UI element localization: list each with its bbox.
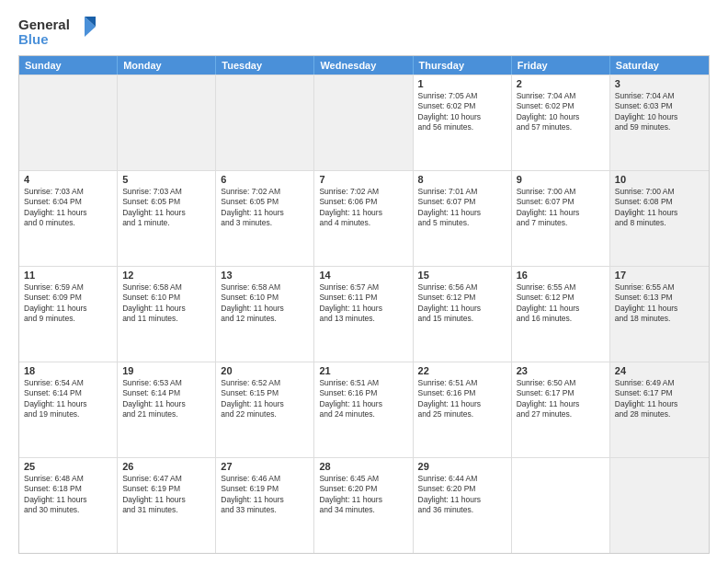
svg-text:General: General — [18, 17, 70, 32]
day-number: 13 — [221, 270, 309, 281]
header-day-friday: Friday — [512, 56, 610, 75]
day-cell-24: 24Sunrise: 6:49 AMSunset: 6:17 PMDayligh… — [610, 362, 709, 457]
week-row-2: 4Sunrise: 7:03 AMSunset: 6:04 PMDaylight… — [19, 170, 709, 266]
day-cell-19: 19Sunrise: 6:53 AMSunset: 6:14 PMDayligh… — [118, 362, 216, 457]
day-cell-22: 22Sunrise: 6:51 AMSunset: 6:16 PMDayligh… — [414, 362, 512, 457]
cell-info: Sunrise: 6:44 AMSunset: 6:20 PMDaylight:… — [418, 474, 506, 516]
cell-info: Sunrise: 6:57 AMSunset: 6:11 PMDaylight:… — [319, 282, 407, 325]
day-number: 20 — [221, 365, 309, 376]
header-day-tuesday: Tuesday — [216, 56, 314, 75]
cell-info: Sunrise: 7:02 AMSunset: 6:06 PMDaylight:… — [319, 187, 407, 229]
day-number: 17 — [615, 270, 704, 281]
day-number: 11 — [24, 270, 112, 281]
day-number: 9 — [517, 174, 605, 185]
day-number: 29 — [418, 461, 506, 472]
cell-info: Sunrise: 7:01 AMSunset: 6:07 PMDaylight:… — [418, 187, 506, 229]
day-cell-13: 13Sunrise: 6:58 AMSunset: 6:10 PMDayligh… — [216, 267, 314, 362]
calendar-header: SundayMondayTuesdayWednesdayThursdayFrid… — [19, 56, 709, 75]
day-cell-17: 17Sunrise: 6:55 AMSunset: 6:13 PMDayligh… — [610, 267, 709, 362]
day-number: 12 — [122, 270, 210, 281]
cell-info: Sunrise: 7:04 AMSunset: 6:02 PMDaylight:… — [517, 91, 605, 133]
header-day-monday: Monday — [118, 56, 216, 75]
header-day-sunday: Sunday — [19, 56, 118, 75]
calendar-body: 1Sunrise: 7:05 AMSunset: 6:02 PMDaylight… — [19, 75, 709, 553]
day-cell-26: 26Sunrise: 6:47 AMSunset: 6:19 PMDayligh… — [118, 458, 216, 553]
day-cell-6: 6Sunrise: 7:02 AMSunset: 6:05 PMDaylight… — [216, 171, 314, 266]
cell-info: Sunrise: 6:55 AMSunset: 6:12 PMDaylight:… — [517, 282, 605, 325]
header-day-saturday: Saturday — [610, 56, 709, 75]
day-number: 3 — [615, 78, 704, 89]
empty-cell — [19, 75, 118, 170]
cell-info: Sunrise: 6:58 AMSunset: 6:10 PMDaylight:… — [122, 282, 210, 325]
svg-text:Blue: Blue — [18, 31, 49, 47]
cell-info: Sunrise: 6:51 AMSunset: 6:16 PMDaylight:… — [319, 378, 407, 420]
cell-info: Sunrise: 7:00 AMSunset: 6:08 PMDaylight:… — [615, 187, 704, 229]
day-number: 18 — [24, 365, 112, 376]
day-number: 28 — [319, 461, 407, 472]
cell-info: Sunrise: 6:59 AMSunset: 6:09 PMDaylight:… — [24, 282, 112, 325]
day-number: 15 — [418, 270, 506, 281]
empty-cell — [610, 458, 709, 553]
cell-info: Sunrise: 6:53 AMSunset: 6:14 PMDaylight:… — [122, 378, 210, 420]
day-number: 14 — [319, 270, 407, 281]
week-row-5: 25Sunrise: 6:48 AMSunset: 6:18 PMDayligh… — [19, 457, 709, 553]
day-cell-20: 20Sunrise: 6:52 AMSunset: 6:15 PMDayligh… — [216, 362, 314, 457]
calendar: SundayMondayTuesdayWednesdayThursdayFrid… — [18, 55, 710, 554]
day-cell-23: 23Sunrise: 6:50 AMSunset: 6:17 PMDayligh… — [512, 362, 610, 457]
day-cell-12: 12Sunrise: 6:58 AMSunset: 6:10 PMDayligh… — [118, 267, 216, 362]
week-row-4: 18Sunrise: 6:54 AMSunset: 6:14 PMDayligh… — [19, 362, 709, 457]
logo: GeneralBlue — [18, 15, 101, 48]
day-number: 27 — [221, 461, 309, 472]
day-cell-18: 18Sunrise: 6:54 AMSunset: 6:14 PMDayligh… — [19, 362, 118, 457]
cell-info: Sunrise: 6:52 AMSunset: 6:15 PMDaylight:… — [221, 378, 309, 420]
cell-info: Sunrise: 7:04 AMSunset: 6:03 PMDaylight:… — [615, 91, 704, 133]
day-number: 10 — [615, 174, 704, 185]
empty-cell — [512, 458, 610, 553]
day-number: 16 — [517, 270, 605, 281]
cell-info: Sunrise: 6:47 AMSunset: 6:19 PMDaylight:… — [122, 474, 210, 516]
cell-info: Sunrise: 6:55 AMSunset: 6:13 PMDaylight:… — [615, 282, 704, 325]
day-cell-29: 29Sunrise: 6:44 AMSunset: 6:20 PMDayligh… — [414, 458, 512, 553]
day-number: 21 — [319, 365, 407, 376]
day-number: 22 — [418, 365, 506, 376]
day-number: 23 — [517, 365, 605, 376]
day-cell-21: 21Sunrise: 6:51 AMSunset: 6:16 PMDayligh… — [314, 362, 413, 457]
day-cell-14: 14Sunrise: 6:57 AMSunset: 6:11 PMDayligh… — [314, 267, 413, 362]
day-cell-4: 4Sunrise: 7:03 AMSunset: 6:04 PMDaylight… — [19, 171, 118, 266]
cell-info: Sunrise: 6:51 AMSunset: 6:16 PMDaylight:… — [418, 378, 506, 420]
day-cell-5: 5Sunrise: 7:03 AMSunset: 6:05 PMDaylight… — [118, 171, 216, 266]
cell-info: Sunrise: 7:00 AMSunset: 6:07 PMDaylight:… — [517, 187, 605, 229]
day-number: 1 — [418, 78, 506, 89]
day-number: 6 — [221, 174, 309, 185]
day-number: 7 — [319, 174, 407, 185]
week-row-1: 1Sunrise: 7:05 AMSunset: 6:02 PMDaylight… — [19, 75, 709, 170]
day-cell-2: 2Sunrise: 7:04 AMSunset: 6:02 PMDaylight… — [512, 75, 610, 170]
empty-cell — [314, 75, 413, 170]
header-day-wednesday: Wednesday — [314, 56, 413, 75]
day-number: 19 — [122, 365, 210, 376]
day-cell-27: 27Sunrise: 6:46 AMSunset: 6:19 PMDayligh… — [216, 458, 314, 553]
cell-info: Sunrise: 6:49 AMSunset: 6:17 PMDaylight:… — [615, 378, 704, 420]
logo-svg: GeneralBlue — [18, 15, 101, 48]
day-cell-1: 1Sunrise: 7:05 AMSunset: 6:02 PMDaylight… — [414, 75, 512, 170]
day-cell-3: 3Sunrise: 7:04 AMSunset: 6:03 PMDaylight… — [610, 75, 709, 170]
day-number: 25 — [24, 461, 112, 472]
empty-cell — [118, 75, 216, 170]
cell-info: Sunrise: 7:05 AMSunset: 6:02 PMDaylight:… — [418, 91, 506, 133]
header-day-thursday: Thursday — [414, 56, 512, 75]
cell-info: Sunrise: 6:46 AMSunset: 6:19 PMDaylight:… — [221, 474, 309, 516]
cell-info: Sunrise: 7:02 AMSunset: 6:05 PMDaylight:… — [221, 187, 309, 229]
day-number: 26 — [122, 461, 210, 472]
page-header: GeneralBlue — [18, 15, 710, 48]
day-cell-11: 11Sunrise: 6:59 AMSunset: 6:09 PMDayligh… — [19, 267, 118, 362]
day-cell-15: 15Sunrise: 6:56 AMSunset: 6:12 PMDayligh… — [414, 267, 512, 362]
day-number: 5 — [122, 174, 210, 185]
day-number: 4 — [24, 174, 112, 185]
cell-info: Sunrise: 7:03 AMSunset: 6:04 PMDaylight:… — [24, 187, 112, 229]
day-number: 8 — [418, 174, 506, 185]
day-cell-9: 9Sunrise: 7:00 AMSunset: 6:07 PMDaylight… — [512, 171, 610, 266]
day-number: 24 — [615, 365, 704, 376]
cell-info: Sunrise: 6:48 AMSunset: 6:18 PMDaylight:… — [24, 474, 112, 516]
day-cell-25: 25Sunrise: 6:48 AMSunset: 6:18 PMDayligh… — [19, 458, 118, 553]
cell-info: Sunrise: 6:45 AMSunset: 6:20 PMDaylight:… — [319, 474, 407, 516]
